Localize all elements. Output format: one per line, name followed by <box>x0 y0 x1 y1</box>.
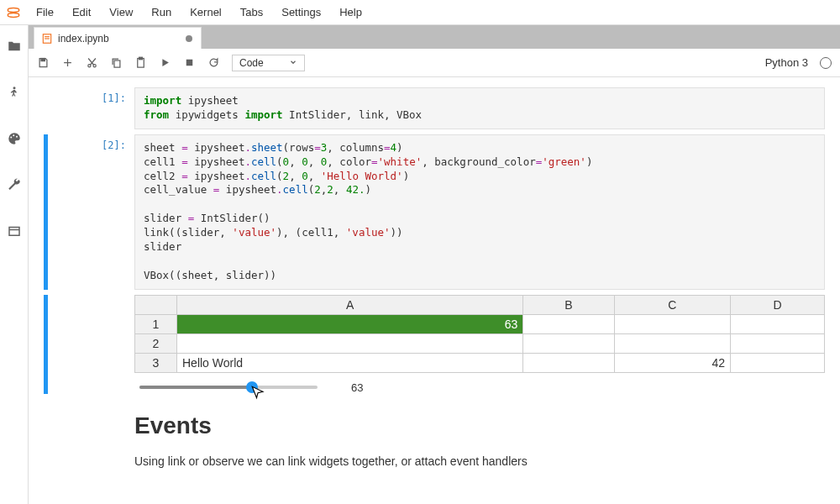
paste-button[interactable] <box>134 56 147 69</box>
sheet-cell[interactable]: Hello World <box>177 353 523 372</box>
kernel-name[interactable]: Python 3 <box>765 56 808 69</box>
tab-title: index.ipynb <box>58 33 109 45</box>
svg-rect-9 <box>45 38 50 39</box>
top-bar: FileEditViewRunKernelTabsSettingsHelp <box>0 0 840 25</box>
tab-bar: index.ipynb <box>29 25 840 49</box>
row-header[interactable]: 1 <box>135 314 177 333</box>
svg-rect-8 <box>45 36 50 37</box>
slider-thumb[interactable] <box>246 381 258 393</box>
sheet-cell[interactable]: 63 <box>177 314 523 333</box>
svg-rect-6 <box>9 228 19 236</box>
unsaved-indicator-icon <box>186 35 192 42</box>
save-button[interactable] <box>37 56 50 69</box>
sidebar <box>0 25 29 504</box>
svg-rect-15 <box>139 57 143 60</box>
cell-output: ABCD 16323Hello World42 63 <box>44 295 825 394</box>
jupyter-logo <box>0 5 27 20</box>
menu-kernel[interactable]: Kernel <box>181 1 231 24</box>
cell-type-select[interactable]: Code <box>232 55 305 71</box>
menubar: FileEditViewRunKernelTabsSettingsHelp <box>27 1 371 24</box>
sheet-cell[interactable] <box>523 314 614 333</box>
toolbar: Code Python 3 <box>29 49 840 77</box>
svg-point-3 <box>10 137 12 139</box>
folder-icon[interactable] <box>7 39 22 56</box>
code-input[interactable]: import ipysheet from ipywidgets import I… <box>134 87 825 129</box>
notebook-icon <box>41 33 53 45</box>
menu-view[interactable]: View <box>100 1 142 24</box>
stop-button[interactable] <box>183 56 196 69</box>
sheet-cell[interactable] <box>523 333 614 353</box>
svg-rect-10 <box>41 59 45 61</box>
ipysheet[interactable]: ABCD 16323Hello World42 <box>134 295 825 373</box>
col-header[interactable]: B <box>523 295 614 314</box>
menu-edit[interactable]: Edit <box>63 1 100 24</box>
menu-settings[interactable]: Settings <box>272 1 330 24</box>
menu-run[interactable]: Run <box>142 1 181 24</box>
svg-point-5 <box>16 136 18 138</box>
markdown-text: Using link or observe we can link widget… <box>134 453 825 470</box>
menu-tabs[interactable]: Tabs <box>231 1 272 24</box>
markdown-cell[interactable]: Events Using link or observe we can link… <box>44 412 825 470</box>
menu-file[interactable]: File <box>27 1 63 24</box>
kernel-status-icon[interactable] <box>820 57 832 69</box>
sheet-cell[interactable] <box>730 314 824 333</box>
tab-index-ipynb[interactable]: index.ipynb <box>34 27 202 49</box>
add-cell-button[interactable] <box>61 56 74 69</box>
cut-button[interactable] <box>86 56 98 69</box>
svg-point-2 <box>13 87 15 89</box>
code-input[interactable]: sheet = ipysheet.sheet(rows=3, columns=4… <box>134 134 825 290</box>
sheet-cell[interactable] <box>177 333 523 353</box>
slider-value: 63 <box>351 381 363 394</box>
running-icon[interactable] <box>7 85 22 102</box>
chevron-down-icon <box>289 57 297 69</box>
sheet-cell[interactable] <box>614 333 730 353</box>
int-slider[interactable] <box>139 381 318 393</box>
sheet-cell[interactable] <box>730 333 824 353</box>
notebook-area[interactable]: [1]: import ipysheet from ipywidgets imp… <box>29 77 840 504</box>
row-header[interactable]: 2 <box>135 333 177 353</box>
run-button[interactable] <box>159 56 171 69</box>
tabs-icon[interactable] <box>7 223 22 241</box>
col-header[interactable]: D <box>730 295 824 314</box>
restart-button[interactable] <box>207 56 220 69</box>
svg-rect-16 <box>186 60 193 66</box>
col-header[interactable]: A <box>177 295 523 314</box>
svg-point-11 <box>88 65 91 67</box>
wrench-icon[interactable] <box>7 177 22 195</box>
svg-point-12 <box>93 65 96 67</box>
active-cell-indicator <box>44 134 48 290</box>
code-cell[interactable]: [1]: import ipysheet from ipywidgets imp… <box>44 87 825 129</box>
cell-prompt: [2]: <box>76 134 134 290</box>
sheet-cell[interactable] <box>523 353 614 372</box>
row-header[interactable]: 3 <box>135 353 177 372</box>
svg-point-4 <box>13 134 14 136</box>
svg-point-0 <box>8 8 19 12</box>
heading-events: Events <box>134 412 825 439</box>
palette-icon[interactable] <box>7 131 22 149</box>
copy-button[interactable] <box>110 56 123 69</box>
sheet-cell[interactable]: 42 <box>614 353 730 372</box>
cell-prompt: [1]: <box>76 87 134 129</box>
svg-point-1 <box>8 13 19 17</box>
sheet-cell[interactable] <box>730 353 824 372</box>
sheet-cell[interactable] <box>614 314 730 333</box>
svg-rect-13 <box>114 60 120 67</box>
code-cell[interactable]: [2]: sheet = ipysheet.sheet(rows=3, colu… <box>44 134 825 290</box>
col-header[interactable]: C <box>614 295 730 314</box>
menu-help[interactable]: Help <box>330 1 371 24</box>
